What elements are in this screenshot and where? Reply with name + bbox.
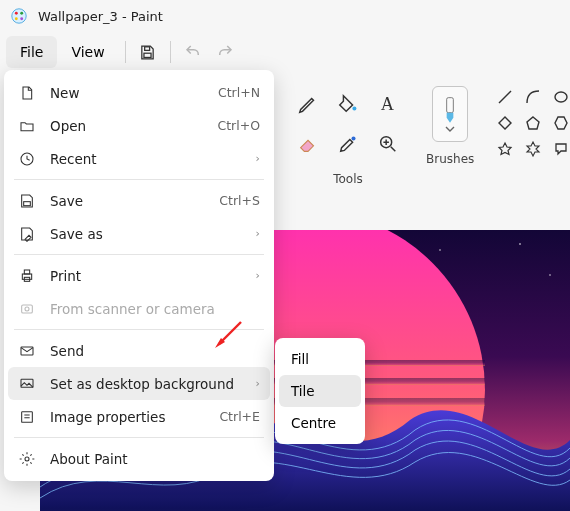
curve-shape[interactable] [522, 86, 544, 108]
undo-button[interactable] [177, 36, 209, 68]
separator [14, 329, 264, 330]
svg-point-1 [15, 12, 18, 15]
svg-point-22 [439, 249, 440, 250]
svg-text:A: A [381, 94, 395, 114]
menu-set-desktop-background[interactable]: Set as desktop background › [8, 367, 270, 400]
eraser-tool[interactable] [290, 126, 326, 162]
save-icon [18, 192, 36, 210]
clock-icon [18, 150, 36, 168]
line-shape[interactable] [494, 86, 516, 108]
submenu-tile[interactable]: Tile [279, 375, 361, 407]
save-button[interactable] [132, 36, 164, 68]
svg-rect-35 [22, 305, 33, 313]
set-background-submenu: Fill Tile Centre [275, 338, 365, 444]
diamond-shape[interactable] [494, 112, 516, 134]
svg-point-9 [351, 136, 355, 140]
svg-point-36 [25, 307, 29, 311]
menu-new[interactable]: New Ctrl+N [8, 76, 270, 109]
color-picker-tool[interactable] [330, 126, 366, 162]
menu-send[interactable]: Send [8, 334, 270, 367]
print-icon [18, 267, 36, 285]
svg-rect-39 [22, 411, 33, 422]
divider [125, 41, 126, 63]
fill-tool[interactable] [330, 86, 366, 122]
redo-button[interactable] [209, 36, 241, 68]
tools-group: A Tools [280, 86, 416, 186]
send-icon [18, 342, 36, 360]
folder-open-icon [18, 117, 36, 135]
hexagon-shape[interactable] [550, 112, 570, 134]
chevron-right-icon: › [256, 269, 260, 282]
magnifier-tool[interactable] [370, 126, 406, 162]
svg-point-23 [519, 243, 521, 245]
svg-point-2 [20, 12, 23, 15]
svg-rect-37 [21, 347, 33, 355]
document-new-icon [18, 84, 36, 102]
svg-rect-33 [24, 270, 29, 274]
star5-shape[interactable] [494, 138, 516, 160]
svg-rect-11 [447, 98, 454, 113]
menu-print[interactable]: Print › [8, 259, 270, 292]
save-as-icon [18, 225, 36, 243]
paint-app-icon [10, 7, 28, 25]
menu-open[interactable]: Open Ctrl+O [8, 109, 270, 142]
menu-save-as[interactable]: Save as › [8, 217, 270, 250]
title-bar: Wallpaper_3 - Paint [0, 0, 570, 32]
svg-line-12 [499, 91, 511, 103]
chevron-right-icon: › [256, 377, 260, 390]
submenu-fill[interactable]: Fill [279, 343, 361, 375]
divider [170, 41, 171, 63]
menu-scanner: From scanner or camera [8, 292, 270, 325]
oval-shape[interactable] [550, 86, 570, 108]
star6-shape[interactable] [522, 138, 544, 160]
menu-about[interactable]: About Paint [8, 442, 270, 475]
callout-shape[interactable] [550, 138, 570, 160]
scanner-icon [18, 300, 36, 318]
window-title: Wallpaper_3 - Paint [38, 9, 163, 24]
svg-point-40 [25, 457, 29, 461]
separator [14, 254, 264, 255]
svg-rect-6 [145, 46, 150, 50]
properties-icon [18, 408, 36, 426]
svg-point-24 [549, 274, 550, 275]
brushes-group: Brushes [416, 86, 484, 166]
svg-rect-31 [24, 201, 31, 205]
gear-icon [18, 450, 36, 468]
submenu-centre[interactable]: Centre [279, 407, 361, 439]
svg-point-13 [555, 92, 567, 102]
svg-rect-5 [144, 53, 151, 57]
svg-point-3 [15, 17, 18, 20]
file-menu: New Ctrl+N Open Ctrl+O Recent › Save Ctr… [4, 70, 274, 481]
svg-point-0 [12, 9, 26, 23]
pencil-tool[interactable] [290, 86, 326, 122]
tab-view[interactable]: View [57, 36, 118, 68]
chevron-right-icon: › [256, 152, 260, 165]
menubar: File View [0, 32, 570, 72]
shapes-group [484, 86, 570, 160]
text-tool[interactable]: A [370, 86, 406, 122]
chevron-down-icon [445, 126, 455, 132]
svg-rect-32 [22, 274, 31, 279]
menu-save[interactable]: Save Ctrl+S [8, 184, 270, 217]
pentagon-shape[interactable] [522, 112, 544, 134]
menu-image-properties[interactable]: Image properties Ctrl+E [8, 400, 270, 433]
tab-file[interactable]: File [6, 36, 57, 68]
separator [14, 179, 264, 180]
chevron-right-icon: › [256, 227, 260, 240]
separator [14, 437, 264, 438]
svg-point-7 [352, 107, 356, 111]
wallpaper-icon [18, 375, 36, 393]
brushes-button[interactable] [432, 86, 468, 142]
brushes-label: Brushes [426, 152, 474, 166]
menu-recent[interactable]: Recent › [8, 142, 270, 175]
tools-label: Tools [333, 172, 363, 186]
svg-point-4 [20, 17, 23, 20]
